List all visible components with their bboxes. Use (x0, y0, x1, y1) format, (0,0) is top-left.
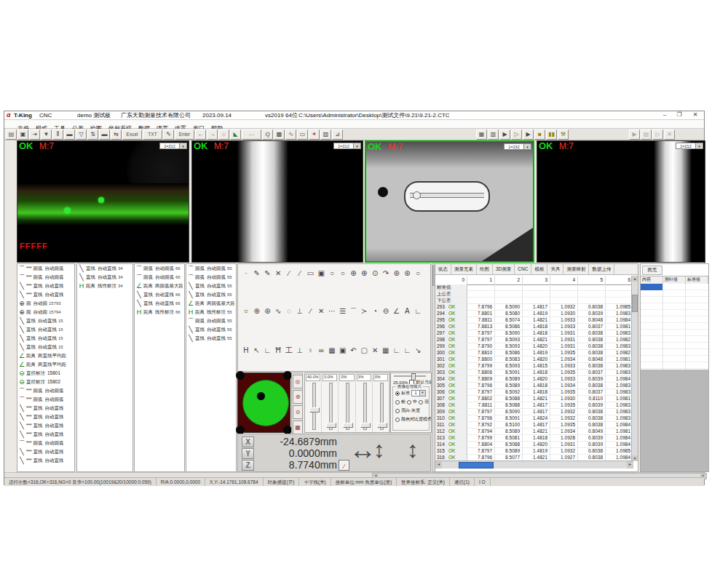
element-list-item[interactable]: ⊖ 直径标注 15802 (17, 378, 74, 386)
table-row[interactable]: 309OK 7.8797 8.5090 1.4817 1.0932 0.8038… (435, 409, 633, 415)
table-row[interactable]: 302OK 7.8799 8.5093 1.4815 1.0933 0.8038… (435, 363, 633, 370)
toolbox-icon[interactable]: ↘ (413, 346, 423, 356)
toolbox-icon[interactable]: ⊛ (263, 306, 273, 316)
radio-coarse[interactable] (395, 400, 400, 404)
ring-light-control[interactable] (237, 372, 290, 433)
scroll-right-icon[interactable]: ► (627, 461, 633, 469)
table-row[interactable]: 305OK 7.8796 8.5089 1.4818 1.0934 0.8038… (435, 383, 633, 389)
scrollbar-thumb[interactable] (459, 462, 494, 469)
open-disabled-icon[interactable]: ▷ (652, 129, 663, 140)
chevron-down-icon[interactable]: ▾ (354, 143, 361, 149)
toolbox-icon[interactable]: Ħ (273, 346, 283, 356)
element-list-item[interactable]: ╲ *** 直线 自动直线 (17, 412, 74, 421)
element-list-item[interactable]: ⌒ *** 圆弧 自动圆弧 (17, 439, 74, 447)
results-tab[interactable]: 绘图 (477, 264, 493, 274)
curve-tool-icon[interactable]: ∿ (285, 129, 296, 140)
table-row[interactable]: 上公差 (435, 291, 633, 298)
element-list-item[interactable]: ⊕ 圆 自动圆 15793 (17, 299, 74, 308)
light-slider[interactable]: 40.0% (305, 373, 322, 432)
save-file-icon[interactable]: ▤ (6, 129, 17, 140)
magnifier-icon[interactable]: Q (262, 129, 273, 140)
slider-thumb[interactable] (377, 423, 387, 428)
table-row[interactable]: 299OK 7.8790 8.5093 1.4820 1.0931 0.8038… (435, 343, 633, 350)
toolbox-icon[interactable]: ♀ (306, 346, 316, 356)
radio-bw[interactable] (395, 409, 400, 413)
report-pen-icon[interactable]: ✎ (163, 129, 174, 140)
toolbox-icon[interactable]: ✎ (252, 268, 262, 279)
element-list-item[interactable]: ⌒ 圆弧 自动圆弧 66 (135, 273, 184, 282)
element-list-item[interactable]: ╲ *** 直线 自动直线 (17, 456, 74, 465)
element-list-item[interactable]: ╲ 直线 自动直线 34 (77, 273, 132, 282)
toolbox-icon[interactable]: ☰ (338, 306, 348, 316)
column-header[interactable]: 0 (435, 276, 467, 284)
column-header[interactable]: 2 (495, 276, 523, 284)
element-list-item[interactable]: ╲ 直线 自动直线 15 (17, 325, 74, 334)
element-panel-tab[interactable]: 图元 (642, 266, 662, 275)
table-row[interactable]: 308OK 7.8811 8.5088 1.4817 1.0935 0.8039… (435, 402, 633, 409)
toolbox-icon[interactable]: ▭ (306, 268, 316, 279)
slider-thumb[interactable] (360, 423, 371, 428)
table-row[interactable]: 293OK 7.8796 8.5090 1.4817 1.0932 0.8038… (435, 304, 633, 311)
coax-light-icon[interactable]: ⊚ (293, 390, 303, 404)
results-tab[interactable]: 模板 (531, 264, 547, 274)
selected-cell[interactable] (641, 284, 662, 290)
save-disabled-icon[interactable]: ▤ (641, 129, 652, 140)
enter-button[interactable]: Enter (175, 129, 194, 140)
element-list-item[interactable]: ╲ 直线 自动直线 55 (186, 282, 236, 290)
toolbox-icon[interactable]: ◌ (284, 306, 294, 316)
xy-jog-icon[interactable]: ↔ (349, 434, 376, 466)
table-vertical-scrollbar[interactable]: ▲ ▼ (631, 276, 638, 461)
element-list-item[interactable]: ╲ 直线 自动直线 34 (77, 264, 132, 273)
column-header[interactable]: 4 (550, 276, 578, 284)
excel-export-button[interactable]: Excel (122, 129, 142, 140)
camera-combo-value[interactable]: 1=212 (676, 143, 696, 149)
element-list-item[interactable]: ⊕ 圆 自动圆 15794 (17, 308, 74, 316)
light-slider[interactable]: 0% (339, 373, 355, 432)
element-list-item[interactable]: ⌒ *** 圆弧 自动圆弧 (17, 264, 74, 273)
blank-tool-icon[interactable]: ▭ (297, 129, 308, 140)
toolbox-icon[interactable]: ⊕ (252, 306, 262, 316)
toolbox-icon[interactable]: ↖ (252, 346, 262, 356)
toolbox-icon[interactable]: ⊥ (295, 346, 305, 356)
element-list-item[interactable]: ╲ *** 直线 自动直线 (17, 404, 74, 412)
scroll-left-icon[interactable]: ◄ (435, 461, 442, 469)
laser-cross-icon[interactable]: ✶ (309, 129, 320, 140)
slider-thumb[interactable] (309, 407, 320, 412)
scroll-up-icon[interactable]: ▲ (632, 276, 638, 282)
table-row[interactable]: 297OK 7.8797 8.5090 1.4818 1.0931 0.8038… (435, 330, 633, 337)
back-light-icon[interactable]: ⊙ (293, 405, 303, 419)
column-header[interactable]: 6 (606, 276, 633, 284)
run-to-end-icon[interactable]: ▶ (523, 129, 534, 140)
camera-view-1[interactable]: OK M:7 FFFFF 1=212 ▾ (17, 140, 189, 263)
radio-mid[interactable] (407, 400, 411, 404)
toolbox-icon[interactable]: ○ (413, 268, 423, 279)
focus-chart-icon[interactable]: ◣ (230, 129, 241, 140)
goto-position-icon[interactable]: ⇥ (29, 129, 40, 140)
table-row[interactable]: 294OK 7.8801 8.5080 1.4819 1.0930 0.8039… (435, 311, 633, 317)
toolbox-icon[interactable]: ∕ (295, 268, 305, 279)
camera-view-3-selected[interactable]: OK M:7 1=232 ▾ (365, 140, 534, 263)
toolbox-icon[interactable]: ⋯ (327, 306, 337, 316)
maximize-button[interactable]: ❐ (673, 111, 685, 119)
master-light-slider[interactable] (394, 375, 426, 377)
element-list-item[interactable]: ⌒ 圆弧 自动圆弧 66 (135, 264, 184, 273)
toolbox-icon[interactable]: 工 (284, 346, 294, 356)
toolbox-icon[interactable]: ⊕ (359, 268, 369, 279)
light-slider[interactable]: 0% (373, 373, 389, 432)
camera-view-4[interactable]: OK M:7 1=212 ▾ (537, 140, 705, 263)
element-list-item[interactable]: ╲ 直线 自动直线 15 (17, 316, 74, 325)
chevron-down-icon[interactable]: ▾ (696, 143, 703, 149)
slider-thumb[interactable] (343, 423, 353, 428)
element-list-item[interactable]: ⌒ 圆弧 自动圆弧 55 (186, 316, 236, 325)
z-jog-icon[interactable]: ↕ (407, 437, 419, 463)
toolbox-icon[interactable]: ▣ (316, 268, 326, 279)
table-row[interactable]: 312OK 7.8794 8.5089 1.4821 1.0934 0.8049… (435, 428, 633, 435)
table-row[interactable]: 310OK 7.8796 8.5091 1.4824 1.0932 0.8038… (435, 415, 633, 422)
x-axis-icon[interactable]: X (242, 437, 254, 447)
column-header[interactable]: 标准值 (686, 276, 708, 284)
toolbox-icon[interactable]: ⌒ (349, 306, 359, 316)
toolbox-icon[interactable]: ⊛ (392, 268, 402, 279)
column-header[interactable]: 1 (467, 276, 495, 284)
scrollbar-thumb[interactable] (632, 295, 638, 312)
toolbox-icon[interactable]: ✕ (370, 346, 380, 356)
